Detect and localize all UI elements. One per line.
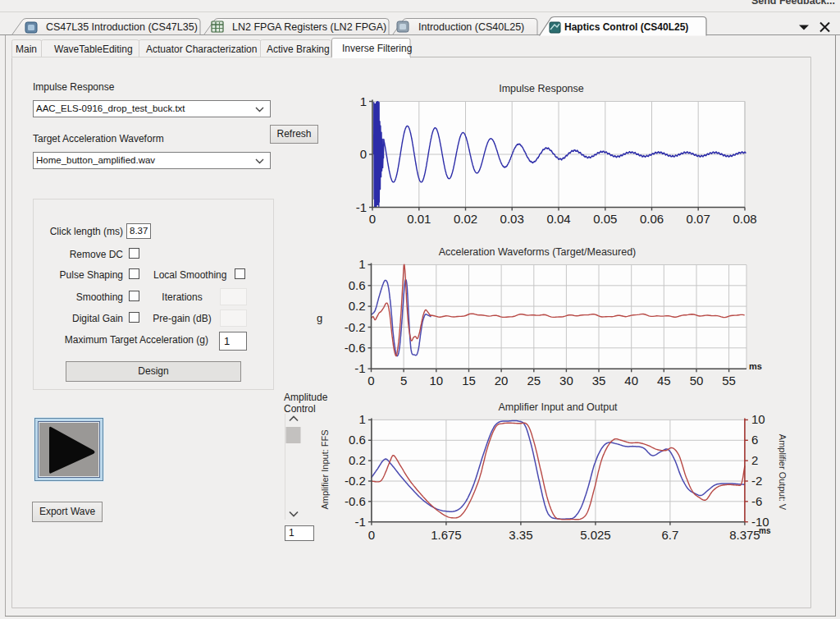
svg-text:0.6: 0.6 [349, 278, 366, 292]
svg-text:5: 5 [400, 374, 407, 387]
svg-text:3.35: 3.35 [509, 528, 532, 542]
svg-text:55: 55 [722, 374, 736, 387]
svg-text:10: 10 [751, 412, 765, 426]
svg-text:1: 1 [360, 94, 367, 108]
svg-text:Acceleration Waveforms (Target: Acceleration Waveforms (Target/Measured) [439, 246, 637, 258]
svg-text:0.02: 0.02 [454, 212, 477, 226]
svg-text:0.06: 0.06 [640, 212, 664, 226]
svg-text:0.2: 0.2 [349, 299, 366, 313]
svg-text:1: 1 [359, 412, 366, 426]
svg-text:-6: -6 [751, 494, 762, 508]
svg-text:20: 20 [495, 374, 509, 387]
svg-text:1: 1 [358, 257, 365, 271]
svg-text:25: 25 [527, 374, 541, 387]
svg-text:0.6: 0.6 [349, 433, 366, 447]
svg-text:0.04: 0.04 [546, 212, 570, 226]
svg-text:2: 2 [751, 453, 758, 467]
svg-text:6.7: 6.7 [661, 528, 678, 542]
svg-text:0.07: 0.07 [687, 212, 710, 226]
svg-text:-2: -2 [751, 474, 762, 488]
svg-text:-1: -1 [355, 515, 366, 529]
svg-text:-0.6: -0.6 [345, 494, 366, 508]
svg-text:10: 10 [429, 374, 443, 387]
svg-text:0.08: 0.08 [733, 212, 756, 226]
svg-text:Impulse Response: Impulse Response [499, 83, 584, 94]
svg-text:40: 40 [624, 374, 638, 387]
svg-text:15: 15 [462, 374, 476, 387]
svg-text:ms: ms [759, 526, 771, 535]
svg-text:30: 30 [559, 374, 573, 387]
svg-text:0: 0 [369, 212, 376, 226]
svg-text:45: 45 [657, 374, 671, 387]
svg-text:-1: -1 [356, 200, 367, 214]
svg-text:0.01: 0.01 [407, 212, 431, 226]
svg-text:35: 35 [592, 374, 606, 387]
svg-text:0: 0 [368, 528, 375, 542]
svg-text:5.025: 5.025 [580, 528, 611, 542]
svg-text:-1: -1 [354, 361, 365, 375]
svg-text:0.2: 0.2 [349, 453, 366, 467]
svg-text:-0.2: -0.2 [345, 474, 366, 488]
svg-text:8.375: 8.375 [729, 528, 760, 542]
svg-text:0: 0 [368, 374, 374, 387]
svg-text:6: 6 [751, 433, 758, 447]
svg-text:0.05: 0.05 [593, 212, 617, 226]
svg-text:1.675: 1.675 [431, 528, 462, 542]
svg-text:0.03: 0.03 [500, 212, 524, 226]
svg-text:-0.6: -0.6 [345, 341, 366, 355]
svg-text:ms: ms [749, 361, 762, 371]
svg-text:Amplifier Input and Output: Amplifier Input and Output [498, 401, 618, 413]
svg-text:50: 50 [690, 374, 704, 387]
svg-text:0: 0 [360, 147, 367, 161]
svg-text:-0.2: -0.2 [345, 320, 366, 334]
